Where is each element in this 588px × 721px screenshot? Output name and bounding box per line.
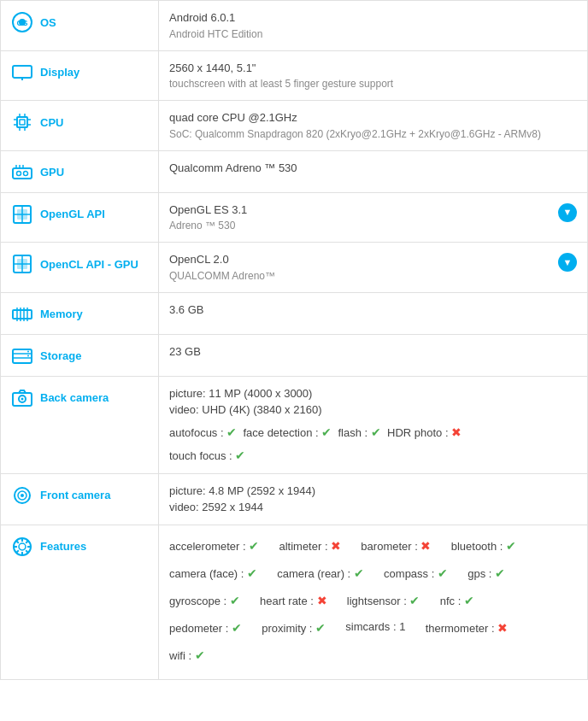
value-gpu: Qualcomm Adreno ™ 530 [159, 150, 588, 192]
memory-icon [11, 303, 33, 325]
features-value: accelerometer : ✔ altimeter : ✖ baromete… [169, 534, 577, 667]
check-icon: ✔ [371, 425, 381, 439]
row-frontcam: Front camera picture: 4.8 MP (2592 x 194… [1, 473, 588, 525]
label-inner-display: Display [11, 60, 148, 84]
check-icon: ✔ [232, 621, 242, 635]
value-display: 2560 x 1440, 5.1" touchscreen with at le… [159, 50, 588, 101]
feat-item: lightsensor : ✔ [347, 589, 420, 613]
svg-point-17 [17, 171, 21, 175]
label-backcam: Back camera [1, 376, 159, 473]
dropdown-row: OpenCL 2.0 QUALCOMM Adreno™ ▼ [169, 251, 577, 284]
features-line-0: accelerometer : ✔ altimeter : ✖ baromete… [169, 534, 577, 558]
row-display: Display 2560 x 1440, 5.1" touchscreen wi… [1, 50, 588, 101]
svg-text:OS: OS [16, 19, 27, 27]
label-inner-cpu: CPU [11, 109, 148, 133]
row-memory: Memory 3.6 GB [1, 292, 588, 334]
features-line-4: wifi : ✔ [169, 643, 577, 667]
label-text-cpu: CPU [40, 116, 63, 129]
label-inner-features: Features [11, 534, 148, 558]
label-gpu: GPU [1, 150, 159, 192]
check-icon: ✔ [226, 425, 237, 439]
value-main-gpu: Qualcomm Adreno ™ 530 [169, 160, 577, 177]
label-os: OS OS [1, 1, 159, 51]
svg-point-53 [21, 494, 24, 497]
check-icon: ✔ [247, 566, 257, 580]
svg-line-62 [26, 540, 28, 542]
value-main-opencl: OpenCL 2.0 QUALCOMM Adreno™ [169, 251, 275, 284]
feat-item: proximity : ✔ [262, 616, 326, 640]
value-main-opengl: OpenGL ES 3.1 Adreno ™ 530 [169, 202, 247, 234]
feat-item: thermometer : ✖ [426, 616, 509, 640]
feat-item: accelerometer : ✔ [169, 534, 259, 558]
value-backcam: picture: 11 MP (4000 x 3000) video: UHD … [159, 376, 588, 473]
feat-item: camera (rear) : ✔ [277, 561, 364, 585]
svg-line-61 [26, 550, 28, 553]
row-os: OS OS Android 6.0.1 Android HTC Edition [1, 1, 588, 51]
svg-rect-3 [13, 66, 32, 78]
label-text-memory: Memory [40, 308, 83, 320]
check-icon: ✔ [230, 594, 240, 607]
frontcam-video: video: 2592 x 1944 [169, 499, 577, 516]
check-icon: ✔ [354, 566, 364, 580]
row-opencl: OpenCL API - GPU OpenCL 2.0 QUALCOMM Adr… [1, 243, 588, 293]
value-main-memory: 3.6 GB [169, 302, 577, 319]
svg-rect-6 [17, 117, 27, 127]
value-sub-display: touchscreen with at least 5 finger gestu… [169, 76, 577, 91]
backcam-features1: autofocus : ✔ face detection : ✔ flash :… [169, 424, 577, 442]
label-storage: Storage [1, 334, 159, 376]
check-icon: ✔ [249, 539, 259, 553]
label-inner-storage: Storage [11, 343, 148, 367]
features-icon [11, 536, 33, 558]
spec-table: OS OS Android 6.0.1 Android HTC Edition … [0, 0, 588, 680]
value-frontcam: picture: 4.8 MP (2592 x 1944) video: 259… [159, 473, 588, 525]
row-backcam: Back camera picture: 11 MP (4000 x 3000)… [1, 376, 588, 473]
dropdown-button-opengl[interactable]: ▼ [558, 203, 577, 222]
check-icon: ✔ [321, 425, 332, 439]
features-line-2: gyroscope : ✔ heart rate : ✖ lightsensor… [169, 589, 577, 613]
value-main-os: Android 6.0.1 [169, 9, 577, 26]
feat-item: touch focus : ✔ [169, 449, 245, 462]
svg-point-46 [27, 350, 29, 352]
label-text-gpu: GPU [40, 166, 64, 179]
feat-item: autofocus : ✔ [169, 426, 237, 439]
frontcam-picture: picture: 4.8 MP (2592 x 1944) [169, 483, 577, 500]
camera-icon [11, 387, 33, 409]
svg-point-55 [19, 543, 26, 550]
backcam-features2: touch focus : ✔ [169, 447, 577, 465]
value-main-cpu: quad core CPU @2.1GHz [169, 109, 577, 126]
value-main-display: 2560 x 1440, 5.1" [169, 60, 577, 77]
cross-icon: ✖ [331, 539, 341, 553]
svg-rect-30 [13, 310, 32, 319]
feat-item: gps : ✔ [467, 561, 505, 585]
opencl-icon [11, 253, 33, 275]
row-storage: Storage 23 GB [1, 334, 588, 376]
cross-icon: ✖ [451, 425, 462, 439]
check-icon: ✔ [495, 566, 505, 580]
label-inner-backcam: Back camera [11, 385, 148, 409]
features-line-1: camera (face) : ✔ camera (rear) : ✔ comp… [169, 561, 577, 585]
value-opengl: OpenGL ES 3.1 Adreno ™ 530 ▼ [159, 192, 588, 243]
feat-item: barometer : ✖ [361, 534, 431, 558]
label-inner-frontcam: Front camera [11, 483, 148, 507]
backcam-picture: picture: 11 MP (4000 x 3000) [169, 385, 577, 402]
frontcam-value: picture: 4.8 MP (2592 x 1944) video: 259… [169, 483, 577, 516]
svg-point-47 [27, 355, 29, 356]
dropdown-button-opencl[interactable]: ▼ [558, 253, 577, 272]
display-icon [11, 62, 33, 84]
storage-icon [11, 345, 33, 367]
label-text-opencl: OpenCL API - GPU [40, 258, 138, 271]
label-memory: Memory [1, 292, 159, 334]
label-inner-os: OS OS [11, 9, 148, 33]
label-text-opengl: OpenGL API [40, 208, 105, 220]
check-icon: ✔ [409, 594, 420, 607]
cross-icon: ✖ [497, 621, 508, 635]
label-cpu: CPU [1, 101, 159, 151]
label-text-features: Features [40, 540, 86, 553]
cross-icon: ✖ [420, 539, 431, 553]
feat-item: altimeter : ✖ [279, 534, 341, 558]
label-opengl: OpenGL API [1, 192, 159, 243]
label-display: Display [1, 50, 159, 101]
backcam-value: picture: 11 MP (4000 x 3000) video: UHD … [169, 385, 577, 465]
feat-item: compass : ✔ [384, 561, 448, 585]
svg-point-50 [21, 397, 24, 400]
